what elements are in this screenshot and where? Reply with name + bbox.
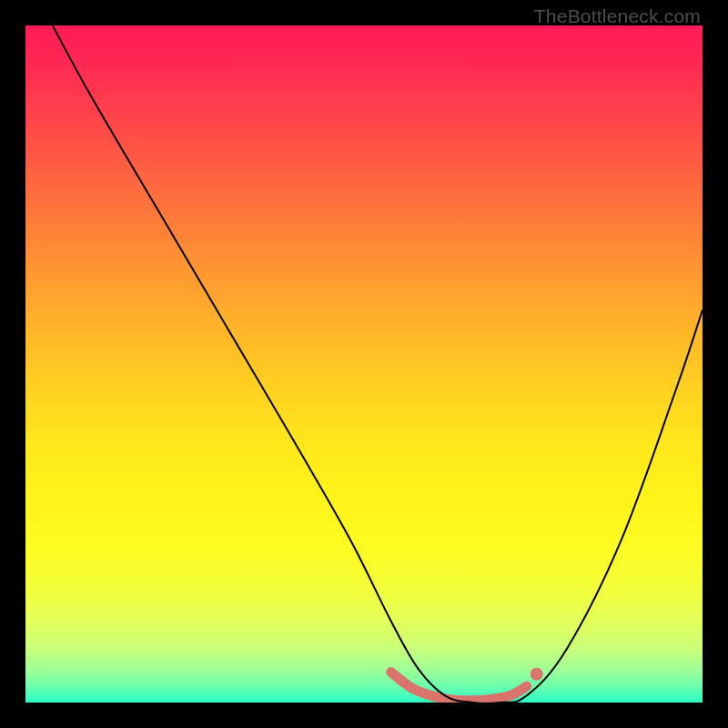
bottleneck-curve xyxy=(53,25,703,703)
svg-point-0 xyxy=(531,668,543,681)
curves-layer xyxy=(25,25,703,703)
plot-area xyxy=(25,25,703,703)
highlight-flat-region xyxy=(391,672,527,701)
watermark-text: TheBottleneck.com xyxy=(534,5,701,27)
chart-frame: TheBottleneck.com xyxy=(0,0,728,728)
highlight-end-dot xyxy=(531,668,543,681)
